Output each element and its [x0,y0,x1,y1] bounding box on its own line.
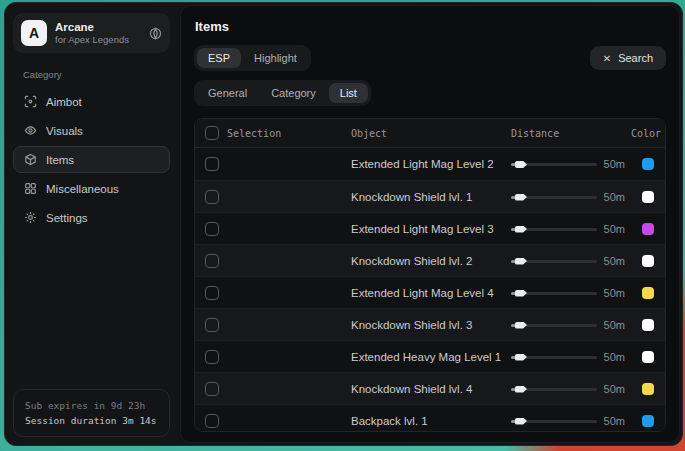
sidebar-item-miscellaneous[interactable]: Miscellaneous [13,175,170,202]
distance-slider[interactable] [511,224,597,234]
distance-cell: 50m [511,255,631,267]
sidebar-nav: Aimbot Visuals Items Miscellaneous Setti… [13,88,170,231]
distance-cell: 50m [511,415,631,427]
row-checkbox[interactable] [205,286,219,300]
distance-slider[interactable] [511,192,597,202]
sidebar-item-visuals[interactable]: Visuals [13,117,170,144]
distance-value: 50m [604,415,625,427]
app-subtitle: for Apex Legends [55,34,141,46]
table-row[interactable]: Knockdown Shield lvl. 3 50m [195,308,665,340]
color-swatch[interactable] [642,351,654,363]
page-title: Items [195,19,666,34]
color-swatch[interactable] [642,383,654,395]
sidebar-item-label: Aimbot [46,96,82,108]
view-tab-list[interactable]: List [329,83,368,103]
row-checkbox[interactable] [205,254,219,268]
row-checkbox[interactable] [205,222,219,236]
distance-slider[interactable] [511,416,597,426]
tab-esp[interactable]: ESP [197,48,241,68]
object-name: Knockdown Shield lvl. 1 [351,191,511,203]
distance-slider[interactable] [511,352,597,362]
color-swatch[interactable] [642,319,654,331]
items-table: Selection Object Distance Color Extended… [194,118,666,432]
table-row[interactable]: Extended Light Mag Level 3 50m [195,212,665,244]
color-swatch[interactable] [642,415,654,427]
row-checkbox[interactable] [205,190,219,204]
search-button[interactable]: ✕ Search [590,46,666,70]
distance-cell: 50m [511,319,631,331]
app-window: A Arcane for Apex Legends Category Aimbo… [4,2,683,446]
brand-text: Arcane for Apex Legends [55,20,141,46]
table-row[interactable]: Extended Light Mag Level 2 50m [195,148,665,180]
distance-value: 50m [604,255,625,267]
distance-cell: 50m [511,287,631,299]
row-checkbox[interactable] [205,382,219,396]
slider-thumb[interactable] [515,354,527,361]
object-name: Knockdown Shield lvl. 4 [351,383,511,395]
view-tab-category[interactable]: Category [260,83,327,103]
tab-highlight[interactable]: Highlight [243,48,308,68]
distance-slider[interactable] [511,384,597,394]
table-row[interactable]: Knockdown Shield lvl. 4 50m [195,372,665,404]
row-checkbox[interactable] [205,350,219,364]
search-button-label: Search [618,52,653,64]
slider-thumb[interactable] [515,418,527,425]
distance-slider[interactable] [511,256,597,266]
object-name: Backpack lvl. 1 [351,415,511,427]
distance-value: 50m [604,319,625,331]
column-header-distance: Distance [511,128,631,139]
column-header-color: Color [631,128,665,139]
slider-thumb[interactable] [515,386,527,393]
sidebar-item-label: Miscellaneous [46,183,119,195]
sidebar-item-settings[interactable]: Settings [13,204,170,231]
column-header-selection: Selection [225,128,351,139]
sidebar-item-aimbot[interactable]: Aimbot [13,88,170,115]
slider-thumb[interactable] [515,290,527,297]
color-swatch[interactable] [642,223,654,235]
box-icon [24,153,37,166]
crosshair-badge-icon[interactable] [149,27,162,40]
x-icon: ✕ [603,53,611,64]
slider-thumb[interactable] [515,194,527,201]
row-checkbox[interactable] [205,414,219,428]
color-swatch[interactable] [642,287,654,299]
object-name: Extended Heavy Mag Level 1 [351,351,511,363]
select-all-checkbox[interactable] [205,126,219,140]
app-name: Arcane [55,20,141,34]
slider-thumb[interactable] [515,258,527,265]
distance-slider[interactable] [511,288,597,298]
distance-slider[interactable] [511,159,597,169]
crosshair-icon [24,95,37,108]
eye-icon [24,124,37,137]
distance-slider[interactable] [511,320,597,330]
color-swatch[interactable] [642,255,654,267]
sidebar-item-items[interactable]: Items [13,146,170,173]
view-tab-general[interactable]: General [197,83,258,103]
row-checkbox[interactable] [205,157,219,171]
toolbar: ESPHighlight ✕ Search [194,45,666,71]
table-row[interactable]: Extended Heavy Mag Level 1 50m [195,340,665,372]
row-checkbox[interactable] [205,318,219,332]
object-name: Extended Light Mag Level 3 [351,223,511,235]
distance-value: 50m [604,351,625,363]
session-info-card: Sub expires in 9d 23h Session duration 3… [13,389,170,437]
distance-value: 50m [604,191,625,203]
category-label: Category [23,69,170,80]
table-row[interactable]: Backpack lvl. 1 50m [195,404,665,432]
view-tabs: GeneralCategoryList [194,80,371,106]
sidebar-item-label: Visuals [46,125,83,137]
distance-value: 50m [604,383,625,395]
main-panel: Items ESPHighlight ✕ Search GeneralCateg… [180,5,680,443]
session-duration-text: Session duration 3m 14s [25,413,158,428]
slider-thumb[interactable] [515,226,527,233]
distance-value: 50m [604,223,625,235]
slider-thumb[interactable] [515,322,527,329]
distance-cell: 50m [511,158,631,170]
color-swatch[interactable] [642,191,654,203]
table-row[interactable]: Knockdown Shield lvl. 2 50m [195,244,665,276]
table-row[interactable]: Extended Light Mag Level 4 50m [195,276,665,308]
color-swatch[interactable] [642,158,654,170]
distance-value: 50m [604,158,625,170]
table-row[interactable]: Knockdown Shield lvl. 1 50m [195,180,665,212]
distance-cell: 50m [511,351,631,363]
